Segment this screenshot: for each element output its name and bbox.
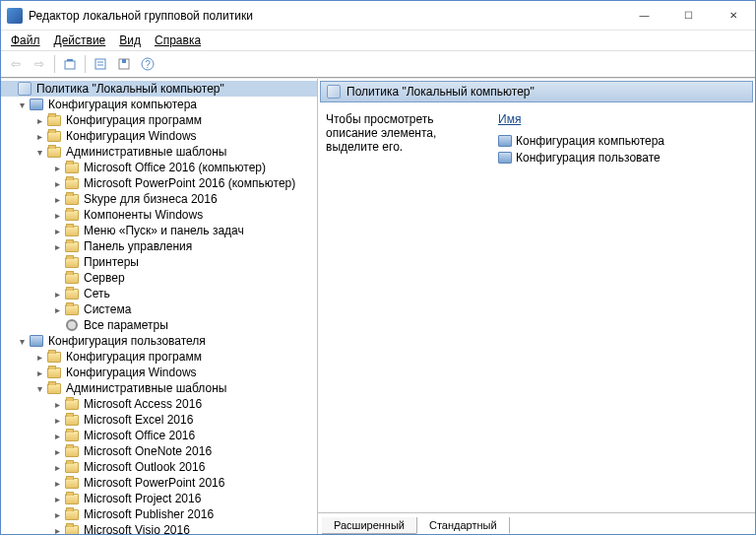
expand-icon[interactable] bbox=[50, 271, 64, 285]
tab-standard[interactable]: Стандартный bbox=[416, 517, 510, 534]
expand-icon[interactable]: ▾ bbox=[15, 334, 29, 348]
menu-view[interactable]: Вид bbox=[113, 32, 147, 49]
details-title: Политика "Локальный компьютер" bbox=[346, 85, 535, 99]
tree-label: Microsoft Outlook 2016 bbox=[84, 460, 205, 474]
tree-item[interactable]: ▸ Microsoft Project 2016 bbox=[1, 491, 317, 506]
folder-icon bbox=[64, 492, 80, 505]
tree-label: Меню «Пуск» и панель задач bbox=[84, 224, 244, 237]
tree-item[interactable]: ▸ Конфигурация программ bbox=[1, 349, 317, 365]
folder-icon bbox=[64, 287, 80, 301]
expand-icon[interactable]: ▾ bbox=[32, 145, 46, 159]
tree-item[interactable]: ▸ Конфигурация Windows bbox=[1, 128, 317, 144]
tree-label: Microsoft Publisher 2016 bbox=[84, 507, 214, 521]
tree-item[interactable]: ▸ Microsoft Excel 2016 bbox=[1, 412, 317, 428]
list-item[interactable]: Конфигурация компьютера bbox=[498, 132, 747, 149]
expand-icon[interactable]: ▸ bbox=[50, 460, 64, 474]
expand-icon[interactable]: ▸ bbox=[32, 113, 46, 127]
tree-item[interactable]: ▸ Microsoft PowerPoint 2016 (компьютер) bbox=[1, 175, 317, 191]
tab-extended[interactable]: Расширенный bbox=[322, 517, 417, 534]
tree-item[interactable]: Сервер bbox=[1, 270, 317, 286]
tree-item[interactable]: ▸ Microsoft OneNote 2016 bbox=[1, 443, 317, 459]
nav-forward-button[interactable]: ⇨ bbox=[29, 53, 50, 75]
toolbar-button-1[interactable] bbox=[59, 53, 81, 75]
folder-icon bbox=[64, 397, 80, 411]
details-description: Чтобы просмотреть описание элемента, выд… bbox=[326, 112, 498, 504]
expand-icon[interactable]: ▾ bbox=[32, 381, 46, 395]
expand-icon[interactable]: ▸ bbox=[50, 397, 64, 411]
tree-item[interactable]: ▸ Microsoft Office 2016 bbox=[1, 428, 317, 443]
folder-icon bbox=[64, 176, 80, 190]
tree-item[interactable]: ▸ Сеть bbox=[1, 286, 317, 301]
tree-admin-templates[interactable]: ▾ Административные шаблоны bbox=[1, 144, 317, 160]
tree-label: Компоненты Windows bbox=[84, 208, 203, 222]
folder-icon bbox=[64, 523, 80, 534]
toolbar-button-2[interactable] bbox=[90, 53, 111, 75]
expand-icon[interactable]: ▸ bbox=[50, 224, 64, 237]
folder-icon bbox=[46, 113, 62, 127]
expand-icon[interactable]: ▸ bbox=[32, 129, 46, 143]
tree-pane[interactable]: Политика "Локальный компьютер" ▾ Конфигу… bbox=[1, 79, 318, 534]
tree-item[interactable]: Все параметры bbox=[1, 317, 317, 333]
tree-label: Административные шаблоны bbox=[66, 145, 226, 159]
expand-icon[interactable]: ▸ bbox=[32, 366, 46, 379]
folder-icon bbox=[64, 255, 80, 269]
folder-icon bbox=[64, 507, 80, 521]
tree-item[interactable]: ▸ Skype для бизнеса 2016 bbox=[1, 191, 317, 207]
close-button[interactable]: ✕ bbox=[711, 1, 755, 30]
expand-icon[interactable]: ▸ bbox=[50, 287, 64, 301]
tree-admin-templates[interactable]: ▾ Административные шаблоны bbox=[1, 380, 317, 396]
expand-icon[interactable]: ▾ bbox=[15, 98, 29, 111]
expand-icon[interactable]: ▸ bbox=[50, 492, 64, 505]
tree-item[interactable]: ▸ Microsoft Publisher 2016 bbox=[1, 506, 317, 522]
tree-item[interactable]: ▸ Система bbox=[1, 301, 317, 317]
tree-label: Microsoft Excel 2016 bbox=[84, 413, 193, 427]
tree-item[interactable]: ▸ Компоненты Windows bbox=[1, 207, 317, 223]
maximize-button[interactable]: ☐ bbox=[666, 1, 711, 30]
expand-icon[interactable]: ▸ bbox=[50, 208, 64, 222]
tree-item[interactable]: ▸ Конфигурация Windows bbox=[1, 365, 317, 380]
tree-label: Microsoft Office 2016 (компьютер) bbox=[84, 161, 266, 174]
minimize-button[interactable]: — bbox=[622, 1, 666, 30]
tree-item[interactable]: Принтеры bbox=[1, 254, 317, 270]
tree-user-config[interactable]: ▾ Конфигурация пользователя bbox=[1, 333, 317, 349]
tree-label: Конфигурация компьютера bbox=[48, 98, 197, 111]
help-button[interactable]: ? bbox=[137, 53, 158, 75]
expand-icon[interactable]: ▸ bbox=[50, 302, 64, 316]
tree-item[interactable]: ▸ Microsoft PowerPoint 2016 bbox=[1, 475, 317, 491]
tree-label: Конфигурация программ bbox=[66, 350, 202, 364]
expand-icon[interactable] bbox=[50, 255, 64, 269]
expand-icon[interactable]: ▸ bbox=[32, 350, 46, 364]
tree-root[interactable]: Политика "Локальный компьютер" bbox=[1, 81, 317, 97]
expand-icon[interactable]: ▸ bbox=[50, 476, 64, 490]
expand-icon[interactable]: ▸ bbox=[50, 239, 64, 253]
list-item[interactable]: Конфигурация пользовате bbox=[498, 149, 747, 166]
tree-label: Microsoft OneNote 2016 bbox=[84, 444, 212, 458]
tree-label: Политика "Локальный компьютер" bbox=[36, 82, 224, 96]
nav-back-button[interactable]: ⇦ bbox=[5, 53, 27, 75]
tree-item[interactable]: ▸ Конфигурация программ bbox=[1, 112, 317, 128]
collapse-icon[interactable] bbox=[3, 82, 17, 96]
expand-icon[interactable]: ▸ bbox=[50, 161, 64, 174]
details-list: Имя Конфигурация компьютера Конфигурация… bbox=[498, 112, 747, 504]
tree-item[interactable]: ▸ Microsoft Office 2016 (компьютер) bbox=[1, 160, 317, 175]
expand-icon[interactable]: ▸ bbox=[50, 507, 64, 521]
expand-icon[interactable]: ▸ bbox=[50, 444, 64, 458]
tree-label: Все параметры bbox=[84, 318, 168, 332]
tree-item[interactable]: ▸ Меню «Пуск» и панель задач bbox=[1, 223, 317, 238]
menu-help[interactable]: Справка bbox=[149, 32, 207, 49]
menu-action[interactable]: Действие bbox=[48, 32, 112, 49]
tree-item[interactable]: ▸ Microsoft Access 2016 bbox=[1, 396, 317, 412]
expand-icon[interactable]: ▸ bbox=[50, 192, 64, 206]
svg-rect-2 bbox=[95, 59, 105, 69]
expand-icon[interactable]: ▸ bbox=[50, 413, 64, 427]
column-header-name[interactable]: Имя bbox=[498, 112, 747, 132]
menu-file[interactable]: Файл bbox=[5, 32, 46, 49]
tree-comp-config[interactable]: ▾ Конфигурация компьютера bbox=[1, 97, 317, 112]
tree-item[interactable]: ▸ Панель управления bbox=[1, 238, 317, 254]
expand-icon[interactable]: ▸ bbox=[50, 429, 64, 442]
toolbar-button-3[interactable] bbox=[113, 53, 135, 75]
expand-icon[interactable]: ▸ bbox=[50, 176, 64, 190]
tree-item[interactable]: ▸ Microsoft Outlook 2016 bbox=[1, 459, 317, 475]
tree-item[interactable]: ▸ Microsoft Visio 2016 bbox=[1, 522, 317, 534]
expand-icon[interactable]: ▸ bbox=[50, 523, 64, 534]
